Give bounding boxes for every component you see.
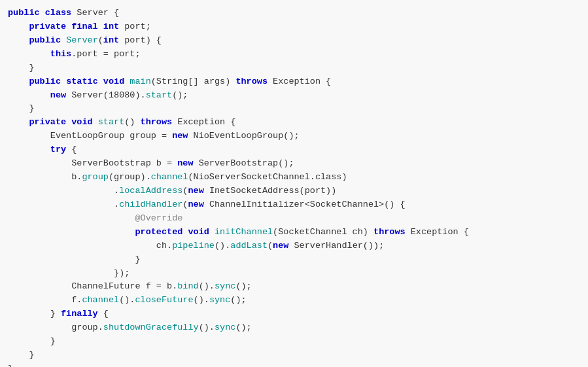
code-line: @Override (8, 212, 580, 226)
code-line: protected void initChannel(SocketChannel… (8, 226, 580, 239)
code-token: finally (61, 309, 103, 319)
code-line: private final int port; (8, 20, 580, 34)
code-token: b. (71, 172, 82, 182)
code-token: InetSocketAddress(port)) (209, 186, 336, 196)
code-token: (). (215, 241, 230, 251)
code-token: (); (172, 90, 188, 100)
code-token: class (45, 8, 77, 18)
code-token: } (8, 350, 35, 360)
code-token: (); (278, 158, 294, 168)
code-token: NioEventLoopGroup (194, 131, 284, 141)
code-token: Exception { (411, 227, 469, 237)
code-line: } (8, 61, 580, 75)
code-token: (); (283, 131, 299, 141)
code-token: new (273, 241, 294, 251)
code-token: . (114, 200, 119, 209)
code-token: final (71, 22, 103, 31)
code-token (8, 241, 156, 251)
code-token: public (8, 8, 45, 18)
code-token: } (8, 103, 35, 113)
code-line: f.channel().closeFuture().sync(); (8, 294, 580, 307)
code-token: addLast (230, 241, 268, 251)
code-token (8, 295, 71, 305)
code-token (8, 77, 29, 86)
code-line: }); (8, 267, 580, 281)
code-line: private void start() throws Exception { (8, 116, 580, 130)
code-token: { (109, 8, 119, 18)
code-token: start (98, 117, 125, 127)
code-line: group.shutdownGracefully().sync(); (8, 321, 580, 335)
code-token (8, 213, 135, 223)
code-token: ). (135, 90, 145, 100)
code-token: new (50, 90, 71, 100)
code-token: ( (268, 241, 273, 251)
code-token: start (146, 90, 173, 100)
code-token: ChannelFuture f = b. (71, 281, 177, 291)
code-token: this (50, 49, 71, 59)
code-token: group (82, 172, 109, 182)
code-token (8, 200, 114, 209)
code-token: throws (235, 77, 273, 86)
code-token: ServerBootstrap b = (71, 158, 177, 168)
code-line: EventLoopGroup group = new NioEventLoopG… (8, 130, 580, 143)
code-token: int (103, 22, 124, 31)
code-line: ChannelFuture f = b.bind().sync(); (8, 280, 580, 294)
code-token: . (114, 186, 119, 196)
code-token: channel (82, 295, 119, 305)
code-token: new (188, 186, 209, 196)
code-token (8, 186, 114, 196)
code-token: new (177, 158, 198, 168)
code-token: main (130, 77, 150, 86)
code-token (8, 90, 50, 100)
code-token: (); (235, 323, 251, 332)
code-token: (String[] args) (151, 77, 236, 86)
code-token (8, 281, 71, 291)
code-line: } (8, 335, 580, 349)
code-token: void (103, 77, 130, 86)
code-token: Server( (71, 90, 109, 100)
code-token: void (188, 227, 215, 237)
code-token: sync (215, 323, 235, 332)
code-line: new Server(18080).start(); (8, 89, 580, 103)
code-token: { (71, 145, 77, 154)
code-token: throws (141, 117, 178, 127)
code-token (8, 227, 135, 237)
code-token: childHandler (119, 200, 182, 209)
code-token: protected (135, 227, 188, 237)
code-token: 18080 (109, 90, 135, 100)
code-token: }); (8, 268, 130, 278)
code-token (8, 49, 50, 59)
code-token (8, 145, 50, 154)
code-token: public (29, 35, 66, 45)
code-token: } (8, 309, 61, 319)
code-line: } (8, 362, 580, 367)
code-token: void (71, 117, 98, 127)
code-token: new (172, 131, 193, 141)
code-token: try (50, 145, 71, 154)
code-token: ch. (156, 241, 172, 251)
code-token (8, 323, 71, 332)
code-token: Exception { (177, 117, 235, 127)
code-line: } (8, 253, 580, 267)
code-token: (). (194, 295, 209, 305)
code-token: ServerBootstrap (199, 158, 279, 168)
code-token: (); (235, 281, 251, 291)
code-token: bind (177, 281, 198, 291)
code-token: (). (199, 323, 215, 332)
code-line: public class Server { (8, 7, 580, 20)
code-token: localAddress (119, 186, 182, 196)
code-token: @Override (135, 213, 182, 223)
code-token: public (29, 77, 66, 86)
code-line: ServerBootstrap b = new ServerBootstrap(… (8, 157, 580, 171)
code-token: ChannelInitializer<SocketChannel>() { (209, 200, 406, 209)
code-token (8, 172, 71, 182)
code-token: .port = port; (71, 49, 140, 59)
code-line: public static void main(String[] args) t… (8, 75, 580, 89)
code-token: int (103, 35, 124, 45)
code-line: .childHandler(new ChannelInitializer<Soc… (8, 198, 580, 212)
code-token: static (66, 77, 103, 86)
code-token: port; (124, 22, 151, 31)
code-token: (group). (109, 172, 151, 182)
code-token (8, 22, 29, 31)
code-token (8, 35, 29, 45)
